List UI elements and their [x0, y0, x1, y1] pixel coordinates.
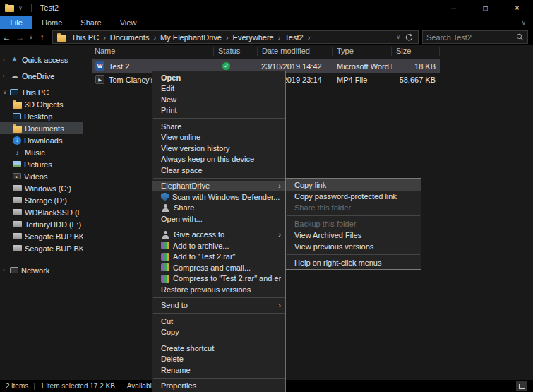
context-menu-item[interactable]: Restore previous versions	[152, 284, 285, 295]
breadcrumb-segment[interactable]: Documents	[108, 33, 158, 42]
recent-locations-chevron-icon[interactable]: ∨	[27, 34, 35, 40]
close-button[interactable]: ×	[501, 0, 533, 16]
submenu-item[interactable]: Copy password-protected link	[286, 191, 421, 202]
context-menu-item[interactable]: Scan with Windows Defender...	[152, 191, 285, 203]
context-menu-item[interactable]: ElephantDrive	[152, 181, 285, 192]
breadcrumb-segment[interactable]: Test2	[282, 33, 312, 42]
address-dropdown-chevron-icon[interactable]: ∨	[393, 34, 403, 40]
tree-chevron-icon[interactable]: ›	[3, 57, 10, 63]
context-menu-item[interactable]: Compress and email...	[152, 262, 285, 273]
submenu-item[interactable]: Help on right-click menus	[286, 257, 421, 268]
breadcrumb-segment[interactable]: Everywhere	[231, 33, 283, 42]
submenu-item[interactable]: View previous versions	[286, 241, 421, 252]
context-menu-item[interactable]: Create shortcut	[152, 343, 285, 354]
sidebar-item[interactable]: › Network	[0, 264, 83, 276]
submenu-item[interactable]: View Archived Files	[286, 230, 421, 241]
sidebar-item[interactable]: Storage (D:)	[0, 194, 83, 206]
context-menu-item[interactable]: Share	[152, 121, 285, 132]
submenu-item[interactable]: Backup this folder	[286, 218, 421, 230]
sidebar-item[interactable]: Seagate BUP BK (G:)	[0, 230, 83, 242]
breadcrumb-item[interactable]: Test2	[282, 33, 305, 42]
column-header-status[interactable]: Status	[214, 47, 258, 56]
sidebar-item[interactable]: Seagate BUP BK Exter	[0, 242, 83, 254]
sidebar-item[interactable]: 3D Objects	[0, 98, 83, 110]
context-menu-item[interactable]: Give access to	[152, 230, 285, 241]
sidebar-item[interactable]: Music	[0, 146, 83, 158]
breadcrumb-item[interactable]: This PC	[69, 33, 101, 42]
sidebar-item[interactable]: › OneDrive	[0, 70, 83, 82]
address-bar[interactable]: This PC Documents My ElephantDrive Every…	[52, 30, 419, 44]
context-menu-item[interactable]: Open	[152, 72, 285, 83]
up-button[interactable]: ↑	[35, 32, 49, 42]
thumbnail-view-button[interactable]	[516, 381, 527, 391]
refresh-icon[interactable]	[403, 33, 415, 41]
context-menu-item[interactable]: Cut	[152, 316, 285, 327]
context-menu-item[interactable]: Properties	[152, 381, 285, 392]
context-menu-item[interactable]: Add to "Test 2.rar"	[152, 251, 285, 263]
search-input[interactable]	[426, 33, 516, 42]
ribbon-tab[interactable]: View	[111, 16, 146, 29]
context-menu-item[interactable]	[153, 313, 285, 314]
context-menu-item[interactable]: Open with...	[152, 213, 285, 225]
context-menu-item[interactable]: Edit	[152, 83, 285, 95]
context-menu-item[interactable]: Add to archive...	[152, 240, 285, 251]
context-menu-item[interactable]	[153, 340, 285, 340]
sidebar-item[interactable]: Pictures	[0, 158, 83, 170]
context-menu-item[interactable]: View online	[152, 132, 285, 143]
file-menu-button[interactable]: File	[0, 16, 32, 29]
breadcrumb-segment[interactable]: My ElephantDrive	[158, 33, 231, 42]
context-menu-item[interactable]: Delete	[152, 354, 285, 365]
ribbon-tab[interactable]: Home	[32, 16, 71, 29]
sidebar-item[interactable]: Documents	[0, 122, 83, 134]
context-menu-item[interactable]: Always keep on this device	[152, 154, 285, 165]
context-menu-item[interactable]: Share	[152, 203, 285, 214]
window-folder-icon[interactable]	[5, 5, 14, 12]
ribbon-tab[interactable]: Share	[71, 16, 110, 29]
tree-chevron-icon[interactable]: ›	[3, 267, 10, 273]
context-menu-item[interactable]	[153, 378, 285, 379]
context-menu-item[interactable]: New	[152, 94, 285, 105]
search-box[interactable]	[422, 30, 528, 44]
sidebar-item[interactable]: ∨ This PC	[0, 86, 83, 98]
column-header-date-modified[interactable]: Date modified	[258, 47, 333, 56]
context-menu-item[interactable]: Rename	[152, 364, 285, 376]
tree-chevron-icon[interactable]: ∨	[3, 89, 10, 95]
breadcrumb-item[interactable]: Everywhere	[231, 33, 276, 42]
submenu-item[interactable]: Share this folder	[286, 202, 421, 213]
submenu-item[interactable]	[287, 254, 420, 255]
maximize-button[interactable]: □	[469, 0, 501, 16]
context-menu-item[interactable]: View version history	[152, 143, 285, 154]
submenu-item[interactable]	[287, 215, 420, 216]
breadcrumb-item[interactable]: My ElephantDrive	[158, 33, 224, 42]
sidebar-item[interactable]: Desktop	[0, 110, 83, 122]
sidebar-item[interactable]: › Quick access	[0, 54, 83, 66]
sidebar-item[interactable]: WDBlackSSD (E:)	[0, 206, 83, 218]
ribbon-expand-chevron-icon[interactable]: ∨	[521, 16, 533, 29]
menu-item-label: Delete	[161, 355, 281, 363]
submenu-item[interactable]: Copy link	[286, 179, 421, 191]
minimize-button[interactable]: ─	[438, 0, 469, 16]
breadcrumb-item[interactable]: Documents	[108, 33, 152, 42]
context-menu-item[interactable]	[153, 118, 285, 119]
tree-chevron-icon[interactable]: ›	[3, 73, 10, 79]
column-header-size[interactable]: Size	[392, 47, 440, 56]
context-menu-item[interactable]: Print	[152, 105, 285, 117]
sidebar-item[interactable]: Videos	[0, 170, 83, 182]
details-view-button[interactable]	[501, 381, 512, 391]
context-menu-item[interactable]: Send to	[152, 300, 285, 311]
sidebar-item[interactable]: TertiaryHDD (F:)	[0, 218, 83, 230]
context-menu-item[interactable]	[153, 178, 285, 179]
context-menu-item[interactable]: Copy	[152, 327, 285, 338]
sidebar-item[interactable]: Windows (C:)	[0, 182, 83, 194]
qat-chevron-down-icon[interactable]: ∨	[18, 5, 23, 11]
context-menu-item[interactable]: Clear space	[152, 165, 285, 176]
breadcrumb-segment[interactable]: This PC	[69, 33, 108, 42]
column-header-name[interactable]: Name	[83, 47, 214, 56]
context-menu-item[interactable]	[153, 297, 285, 298]
context-menu-item[interactable]	[153, 227, 285, 227]
context-menu-item[interactable]: Compress to "Test 2.rar" and email	[152, 273, 285, 285]
back-button[interactable]: ←	[0, 32, 13, 42]
column-header-type[interactable]: Type	[333, 47, 392, 56]
sidebar-item[interactable]: Downloads	[0, 134, 83, 146]
forward-button[interactable]: →	[13, 32, 27, 42]
